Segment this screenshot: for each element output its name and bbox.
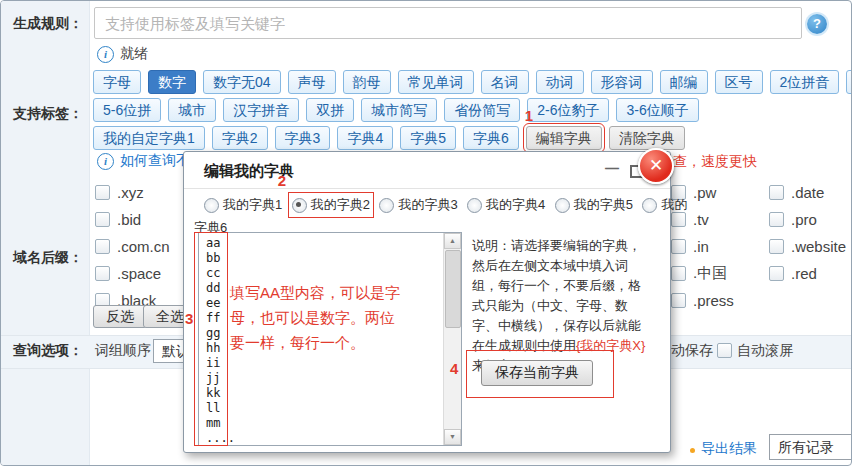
tag-row-2: 5-6位拼城市汉字拼音双拼城市简写省份简写2-6位豹子3-6位顺子 [93, 98, 706, 122]
tld-label: .tv [693, 211, 709, 228]
radio-my-dict-6[interactable]: 我的 [642, 196, 687, 214]
radio-label: 我的字典1 [223, 196, 282, 214]
generate-rule-label: 生成规则： [13, 15, 83, 33]
export-bullet-icon [690, 448, 695, 453]
tag-dict-4[interactable]: 字典4 [337, 126, 393, 150]
radio-label: 我的字典2 [311, 196, 370, 214]
tld-item-date[interactable]: .date [769, 183, 846, 201]
save-current-dictionary-button[interactable]: 保存当前字典 [481, 360, 593, 386]
checkbox-icon[interactable] [769, 212, 784, 227]
tag-dict-2[interactable]: 字典2 [212, 126, 268, 150]
tag-repeating[interactable]: 2-6位豹子 [527, 98, 609, 122]
annotation-step-4: 4 [450, 360, 458, 377]
radio-icon[interactable] [467, 198, 482, 213]
radio-icon[interactable] [379, 198, 394, 213]
scroll-down-icon[interactable]: ▼ [444, 429, 461, 445]
radio-my-dict-5[interactable]: 我的字典5 [555, 196, 633, 214]
tag-letters[interactable]: 字母 [93, 70, 141, 94]
tag-adjectives[interactable]: 形容词 [591, 70, 653, 94]
checkbox-icon[interactable] [769, 266, 784, 281]
tld-label: .bid [117, 211, 141, 228]
radio-my-dict-4[interactable]: 我的字典4 [467, 196, 545, 214]
textarea-scrollbar[interactable]: ▲ ▼ [443, 233, 461, 445]
tag-dict-3[interactable]: 字典3 [275, 126, 331, 150]
minimize-icon[interactable]: — [604, 160, 620, 176]
radio-my-dict-1[interactable]: 我的字典1 [204, 196, 282, 214]
tag-province-abbr[interactable]: 省份简写 [444, 98, 520, 122]
tag-zipcode[interactable]: 邮编 [660, 70, 708, 94]
tag-city-abbr[interactable]: 城市简写 [361, 98, 437, 122]
auto-scroll-checkbox[interactable] [717, 343, 732, 358]
radio-my-dict-2-selected[interactable]: 我的字典22 [292, 196, 370, 214]
tld-item-xyz[interactable]: .xyz [95, 183, 170, 201]
tld-item-in[interactable]: .in [671, 237, 734, 255]
scroll-up-icon[interactable]: ▲ [444, 233, 461, 249]
checkbox-icon[interactable] [95, 266, 110, 281]
tag-common-words[interactable]: 常见单词 [398, 70, 474, 94]
word-order-label: 词组顺序 [95, 342, 151, 360]
tag-hanzi-pinyin[interactable]: 汉字拼音 [223, 98, 299, 122]
radio-my-dict-3[interactable]: 我的字典3 [379, 196, 457, 214]
scrollbar-thumb[interactable] [445, 250, 461, 328]
tag-2pinyin[interactable]: 2位拼音 [770, 70, 840, 94]
checkbox-icon[interactable] [671, 293, 686, 308]
tag-digits-selected[interactable]: 数字 [148, 70, 196, 94]
radio-label: 我的字典3 [398, 196, 457, 214]
tld-label: .space [117, 265, 161, 282]
tld-item-red[interactable]: .red [769, 264, 846, 282]
tld-label: .pw [693, 184, 716, 201]
annotation-step-2: 2 [278, 172, 286, 189]
clear-dictionary-button[interactable]: 清除字典 [609, 126, 685, 150]
help-icon[interactable]: ? [807, 14, 827, 34]
checkbox-icon[interactable] [95, 185, 110, 200]
status-text: 就绪 [120, 45, 148, 63]
checkbox-icon[interactable] [671, 266, 686, 281]
tld-item-comcn[interactable]: .com.cn [95, 237, 170, 255]
tag-dict-5[interactable]: 字典5 [400, 126, 456, 150]
invert-selection-button[interactable]: 反选 [93, 305, 147, 328]
tag-34pinyin[interactable]: 3-4位拼音 [846, 70, 852, 94]
domain-suffix-label: 域名后缀： [13, 249, 83, 267]
annotation-step-4-box: 保存当前字典 [466, 350, 614, 398]
auto-scroll-label: 自动滚屏 [737, 342, 793, 360]
tag-sequence[interactable]: 3-6位顺子 [616, 98, 698, 122]
tag-my-dict-1[interactable]: 我的自定字典1 [93, 126, 205, 150]
how-to-query-link[interactable]: 如何查询不 [120, 152, 190, 170]
tag-initials[interactable]: 声母 [288, 70, 336, 94]
tag-city[interactable]: 城市 [168, 98, 216, 122]
tag-verbs[interactable]: 动词 [536, 70, 584, 94]
radio-icon[interactable] [642, 198, 657, 213]
close-icon[interactable]: ✕ [638, 148, 674, 184]
tag-dict-6[interactable]: 字典6 [463, 126, 519, 150]
tld-item-website[interactable]: .website [769, 237, 846, 255]
checkbox-icon[interactable] [95, 212, 110, 227]
edit-dictionary-button[interactable]: 编辑字典1 [526, 126, 602, 150]
tag-shuangpin[interactable]: 双拼 [306, 98, 354, 122]
tag-nouns[interactable]: 名词 [481, 70, 529, 94]
tld-item-space[interactable]: .space [95, 264, 170, 282]
tld-label: .xyz [117, 184, 144, 201]
status-row: i 就绪 [97, 45, 148, 63]
radio-icon[interactable] [292, 198, 307, 213]
checkbox-icon[interactable] [769, 185, 784, 200]
tld-item-pro[interactable]: .pro [769, 210, 846, 228]
radio-icon[interactable] [204, 198, 219, 213]
tag-digits-no04[interactable]: 数字无04 [203, 70, 281, 94]
rule-input[interactable] [94, 7, 802, 39]
records-select[interactable]: 所有记录 [769, 434, 852, 460]
tld-item-zhongguo[interactable]: .中国 [671, 264, 734, 282]
radio-icon[interactable] [555, 198, 570, 213]
export-results-link[interactable]: 导出结果 [701, 440, 757, 458]
checkbox-icon[interactable] [671, 239, 686, 254]
edit-dictionary-label: 编辑字典 [536, 130, 592, 146]
tag-56pinyin[interactable]: 5-6位拼 [93, 98, 161, 122]
tld-label: .red [791, 265, 817, 282]
checkbox-icon[interactable] [95, 239, 110, 254]
checkbox-icon[interactable] [769, 239, 784, 254]
tld-item-bid[interactable]: .bid [95, 210, 170, 228]
tag-finals[interactable]: 韵母 [343, 70, 391, 94]
tag-areacode[interactable]: 区号 [715, 70, 763, 94]
left-label-column [1, 1, 90, 465]
edit-dictionary-dialog: 编辑我的字典 — ✕ 我的字典1 我的字典22 我的字典3 我的字典4 我的字典… [183, 151, 671, 453]
tld-item-press[interactable]: .press [671, 291, 734, 309]
